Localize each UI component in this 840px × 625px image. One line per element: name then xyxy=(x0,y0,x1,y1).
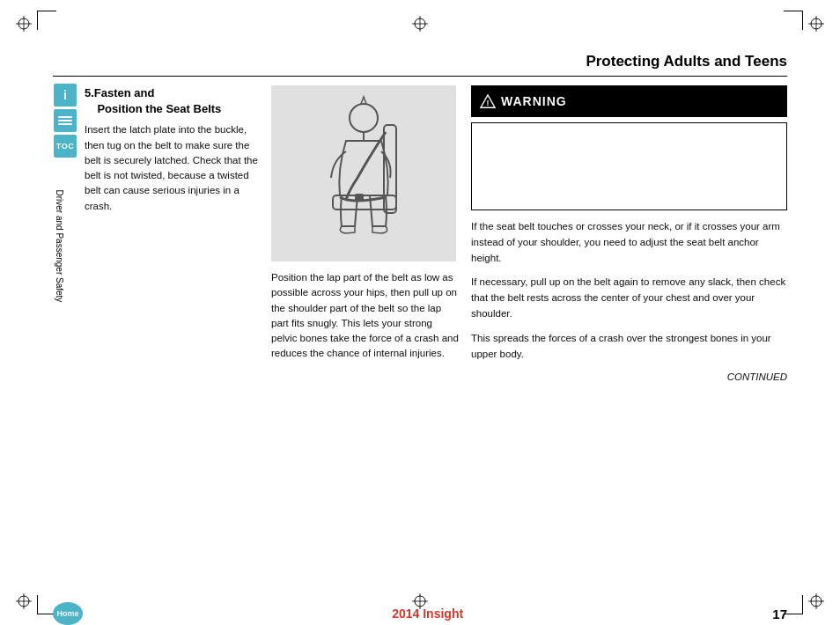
reg-mark-tl xyxy=(16,16,32,32)
home-button[interactable]: Home xyxy=(53,602,83,625)
sidebar-belt-icon[interactable] xyxy=(54,109,77,132)
page-footer: Home 2014 Insight 17 xyxy=(53,597,787,625)
page-area: Protecting Adults and Teens i TOC Driver… xyxy=(53,53,787,577)
reg-mark-bl xyxy=(16,593,32,609)
step-heading: 5.Fasten and Position the Seat Belts xyxy=(85,85,261,117)
sidebar-toc-icon[interactable]: TOC xyxy=(54,135,77,158)
content-area: 5.Fasten and Position the Seat Belts Ins… xyxy=(85,85,787,574)
reg-mark-tc xyxy=(412,16,428,32)
page-number: 17 xyxy=(772,607,787,621)
svg-text:!: ! xyxy=(487,99,490,107)
belt-svg-icon xyxy=(56,112,74,129)
vertical-text-wrap: Driver and Passenger Safety xyxy=(48,189,70,269)
footer-title: 2014 Insight xyxy=(392,607,463,621)
corner-mark-tr xyxy=(784,11,803,30)
middle-column: Position the lap part of the belt as low… xyxy=(271,85,461,574)
svg-point-21 xyxy=(350,104,378,132)
illustration-caption: Position the lap part of the belt as low… xyxy=(271,270,461,362)
right-text-2: If necessary, pull up on the belt again … xyxy=(471,275,787,321)
warning-triangle-icon: ! xyxy=(480,93,496,109)
right-text-1: If the seat belt touches or crosses your… xyxy=(471,219,787,266)
right-text-3: This spreads the forces of a crash over … xyxy=(471,331,787,363)
warning-content-box xyxy=(471,122,787,210)
left-column: 5.Fasten and Position the Seat Belts Ins… xyxy=(85,85,261,574)
corner-mark-tl xyxy=(37,11,56,30)
svg-rect-19 xyxy=(58,120,72,121)
reg-mark-br xyxy=(808,593,824,609)
illustration-box xyxy=(271,85,456,261)
warning-box-header: ! WARNING xyxy=(471,85,787,117)
sidebar-info-icon[interactable]: i xyxy=(54,84,77,107)
reg-mark-tr xyxy=(808,16,824,32)
sidebar: i TOC Driver and Passenger Safety xyxy=(53,84,77,158)
seat-illustration xyxy=(289,90,438,257)
vertical-text: Driver and Passenger Safety xyxy=(55,190,64,340)
svg-rect-20 xyxy=(58,123,72,125)
right-column: ! WARNING If the seat belt touches or cr… xyxy=(471,85,787,574)
svg-rect-25 xyxy=(355,194,364,201)
step-body-text: Insert the latch plate into the buckle, … xyxy=(85,122,261,214)
warning-label: WARNING xyxy=(501,94,567,108)
page-title: Protecting Adults and Teens xyxy=(53,53,787,77)
continued-label: CONTINUED xyxy=(471,371,787,382)
svg-rect-18 xyxy=(58,116,72,118)
